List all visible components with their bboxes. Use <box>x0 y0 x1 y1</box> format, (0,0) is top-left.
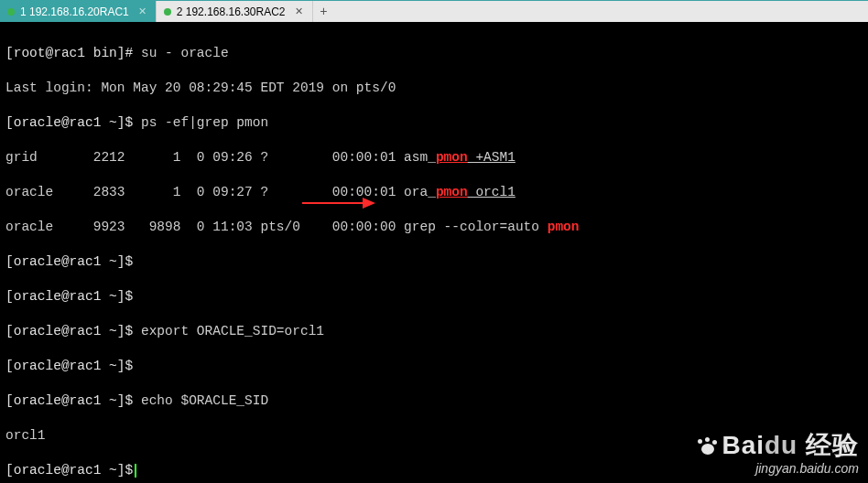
terminal-line: oracle 9923 9898 0 11:03 pts/0 00:00:00 … <box>5 219 863 236</box>
terminal-line: [oracle@rac1 ~]$ <box>5 253 863 271</box>
terminal-line: [oracle@rac1 ~]$ <box>5 358 863 375</box>
process-text: oracle 2833 1 0 09:27 ? 00:00:01 ora_ <box>5 185 436 199</box>
process-text: _orcl1 <box>468 185 515 199</box>
process-text: _+ASM1 <box>468 150 515 165</box>
prompt: [oracle@rac1 ~]$ <box>5 359 133 373</box>
close-icon[interactable]: ✕ <box>136 5 148 17</box>
prompt: [oracle@rac1 ~]$ <box>5 254 133 269</box>
command-text: export ORACLE_SID=orcl1 <box>133 324 324 338</box>
status-dot-icon <box>164 8 171 16</box>
terminal-line: grid 2212 1 0 09:26 ? 00:00:01 asm_pmon_… <box>5 149 863 166</box>
command-text: ps -ef|grep pmon <box>133 115 268 130</box>
watermark-brand: Baidu 经验 <box>698 428 859 463</box>
tab-rac2[interactable]: 2 192.168.16.30RAC2 ✕ <box>157 1 313 22</box>
cursor <box>135 464 136 478</box>
process-text: grid 2212 1 0 09:26 ? 00:00:01 asm_ <box>5 150 436 165</box>
tab-label: 2 192.168.16.30RAC2 <box>177 5 286 18</box>
terminal-line: [root@rac1 bin]# su - oracle <box>5 45 863 62</box>
tab-bar: 1 192.168.16.20RAC1 ✕ 2 192.168.16.30RAC… <box>0 0 868 22</box>
tab-label: 1 192.168.16.20RAC1 <box>20 5 129 18</box>
terminal-line: [oracle@rac1 ~]$ export ORACLE_SID=orcl1 <box>5 323 863 340</box>
highlight-pmon: pmon <box>548 220 580 234</box>
highlight-pmon: pmon <box>436 150 468 165</box>
close-icon[interactable]: ✕ <box>293 5 305 17</box>
command-text: su - oracle <box>133 46 228 60</box>
add-tab-button[interactable]: + <box>313 1 335 22</box>
prompt: [oracle@rac1 ~]$ <box>5 463 133 478</box>
highlight-pmon: pmon <box>436 185 468 199</box>
watermark-text: 经验 <box>806 431 859 459</box>
watermark-url: jingyan.baidu.com <box>698 461 859 476</box>
terminal-line: [oracle@rac1 ~]$ ps -ef|grep pmon <box>5 114 863 132</box>
watermark-text: du <box>765 431 797 459</box>
terminal-line: Last login: Mon May 20 08:29:45 EDT 2019… <box>5 80 863 97</box>
process-text: oracle 9923 9898 0 11:03 pts/0 00:00:00 … <box>5 220 548 234</box>
paw-icon <box>698 438 718 455</box>
prompt: [oracle@rac1 ~]$ <box>5 324 133 338</box>
prompt: [oracle@rac1 ~]$ <box>5 115 133 130</box>
command-text: echo $ORACLE_SID <box>133 393 268 408</box>
prompt: [root@rac1 bin]# <box>5 46 133 60</box>
terminal-line: [oracle@rac1 ~]$ <box>5 288 863 306</box>
status-dot-icon <box>7 8 15 16</box>
tab-rac1[interactable]: 1 192.168.16.20RAC1 ✕ <box>0 1 157 22</box>
watermark-text: Bai <box>722 431 765 459</box>
terminal-line: [oracle@rac1 ~]$ echo $ORACLE_SID <box>5 392 863 410</box>
terminal[interactable]: [root@rac1 bin]# su - oracle Last login:… <box>0 22 868 483</box>
terminal-line: oracle 2833 1 0 09:27 ? 00:00:01 ora_pmo… <box>5 184 863 201</box>
watermark: Baidu 经验 jingyan.baidu.com <box>698 428 859 476</box>
prompt: [oracle@rac1 ~]$ <box>5 289 133 304</box>
prompt: [oracle@rac1 ~]$ <box>5 393 133 408</box>
